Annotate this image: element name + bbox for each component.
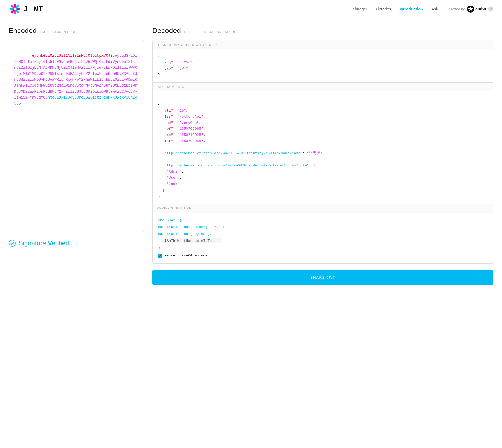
secret-input[interactable] <box>162 238 221 243</box>
encoded-part1: eyJhbGciOiJIUzI1NiIsInR5cCI6IkpXVCJ9 <box>32 54 112 58</box>
verify-close: ) <box>158 244 488 251</box>
decoded-subtitle: EDIT THE PAYLOAD AND SECRET <box>184 30 238 34</box>
payload-section: PAYLOAD: DATA { "jti": "10", "iss": "Net… <box>153 82 493 204</box>
navbar: J WT Debugger Libraries Introduction Ask… <box>0 0 502 18</box>
verify-line3: base64UrlEncode(payload), <box>158 231 488 238</box>
header-content[interactable]: { "alg": "HS256", "typ": "JWT" } <box>153 49 493 82</box>
nav-debugger[interactable]: Debugger <box>350 7 367 11</box>
decoded-panel: Decoded EDIT THE PAYLOAD AND SECRET HEAD… <box>152 27 493 448</box>
verified-check-icon <box>9 239 16 247</box>
help-icon[interactable]: ? <box>488 6 493 12</box>
verify-label: VERIFY SIGNATURE <box>153 204 493 213</box>
secret-input-row <box>158 238 488 245</box>
verify-section: VERIFY SIGNATURE HMACSHA256( base64UrlEn… <box>153 204 493 263</box>
encoded-dot2: . <box>46 95 48 100</box>
verify-paren-open <box>158 238 162 245</box>
nav-ask[interactable]: Ask <box>431 7 438 11</box>
encoded-header: Encoded PASTE A TOKEN HERE <box>9 27 144 35</box>
base64-checkbox-row: secret base64 encoded <box>158 252 488 259</box>
signature-verified-text: Signature Verified <box>19 239 69 247</box>
svg-point-10 <box>9 240 15 246</box>
decoded-outer: HEADER: ALGORITHM & TOKEN TYPE { "alg": … <box>152 40 493 264</box>
nav-introduction[interactable]: Introduction <box>400 7 423 11</box>
base64-checkbox[interactable] <box>158 254 162 258</box>
base64-label: secret base64 encoded <box>164 252 210 259</box>
auth0-icon <box>467 5 474 13</box>
decoded-header: Decoded EDIT THE PAYLOAD AND SECRET <box>152 27 493 35</box>
encoded-subtitle: PASTE A TOKEN HERE <box>40 30 76 34</box>
verify-line2: base64UrlEncode(header) + "." + <box>158 224 488 231</box>
verify-content: HMACSHA256( base64UrlEncode(header) + ".… <box>153 213 493 263</box>
logo-text: J WT <box>23 5 43 13</box>
svg-point-8 <box>14 8 16 10</box>
header-label: HEADER: ALGORITHM & TOKEN TYPE <box>153 40 493 49</box>
encoded-part2: eyJqdGkiOiIxMCIsImlzcyI6Ik5ldENvcmVBcGki… <box>14 54 137 100</box>
encoded-dot1: . <box>113 54 115 58</box>
signature-verified: Signature Verified <box>9 239 144 247</box>
share-btn-container: SHARE JWT <box>152 270 493 285</box>
payload-label: PAYLOAD: DATA <box>153 83 493 91</box>
encoded-panel: Encoded PASTE A TOKEN HERE eyJhbGciOiJIU… <box>9 27 152 448</box>
encoded-box[interactable]: eyJhbGciOiJIUzI1NiIsInR5cCI6IkpXVCJ9.eyJ… <box>9 40 144 232</box>
nav-libraries[interactable]: Libraries <box>376 7 391 11</box>
header-section: HEADER: ALGORITHM & TOKEN TYPE { "alg": … <box>153 40 493 82</box>
nav-links: Debugger Libraries Introduction Ask <box>350 7 438 11</box>
verify-line1: HMACSHA256( <box>158 217 488 224</box>
payload-content[interactable]: { "jti": "10", "iss": "NetCoreApi", "aud… <box>153 91 493 204</box>
main-content: Encoded PASTE A TOKEN HERE eyJhbGciOiJIU… <box>0 18 502 448</box>
jwt-logo-icon <box>9 3 21 15</box>
auth0-logo: auth0 <box>467 5 486 13</box>
decoded-title: Decoded <box>152 27 181 35</box>
crafted-by: Crafted by auth0 ? <box>449 5 493 13</box>
share-jwt-button[interactable]: SHARE JWT <box>152 270 493 285</box>
encoded-title: Encoded <box>9 27 37 35</box>
crafted-label: Crafted by <box>449 7 465 11</box>
encoded-text: eyJhbGciOiJIUzI1NiIsInR5cCI6IkpXVCJ9.eyJ… <box>14 47 138 112</box>
logo[interactable]: J WT <box>9 3 43 15</box>
